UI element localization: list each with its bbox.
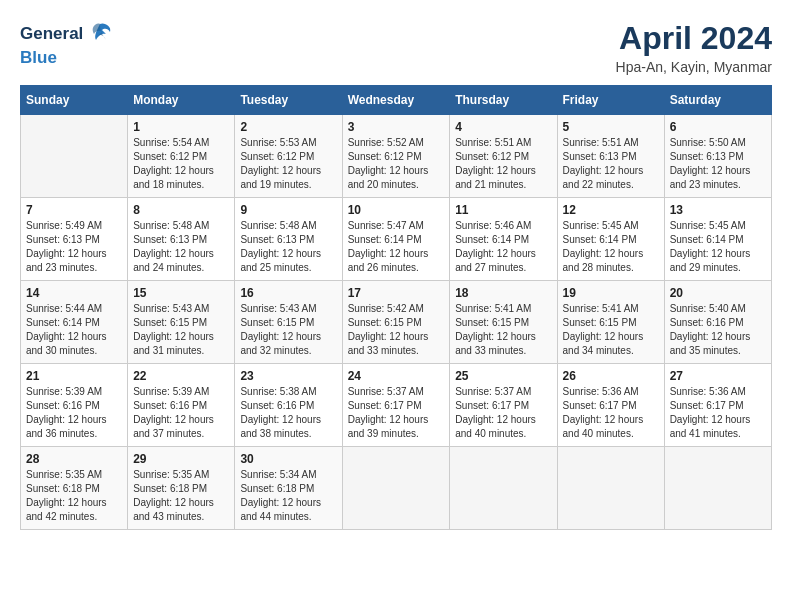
day-info: Sunrise: 5:45 AM Sunset: 6:14 PM Dayligh… [670, 219, 766, 275]
day-number: 9 [240, 203, 336, 217]
day-number: 15 [133, 286, 229, 300]
calendar-cell: 21Sunrise: 5:39 AM Sunset: 6:16 PM Dayli… [21, 364, 128, 447]
day-number: 2 [240, 120, 336, 134]
day-number: 19 [563, 286, 659, 300]
calendar-header: SundayMondayTuesdayWednesdayThursdayFrid… [21, 86, 772, 115]
calendar-cell: 3Sunrise: 5:52 AM Sunset: 6:12 PM Daylig… [342, 115, 450, 198]
logo-general: General [20, 24, 83, 44]
day-number: 18 [455, 286, 551, 300]
day-number: 4 [455, 120, 551, 134]
page-title: April 2024 [616, 20, 772, 57]
calendar-cell: 10Sunrise: 5:47 AM Sunset: 6:14 PM Dayli… [342, 198, 450, 281]
day-info: Sunrise: 5:48 AM Sunset: 6:13 PM Dayligh… [133, 219, 229, 275]
calendar-week-1: 1Sunrise: 5:54 AM Sunset: 6:12 PM Daylig… [21, 115, 772, 198]
day-number: 21 [26, 369, 122, 383]
day-number: 1 [133, 120, 229, 134]
calendar-cell: 27Sunrise: 5:36 AM Sunset: 6:17 PM Dayli… [664, 364, 771, 447]
calendar-cell: 28Sunrise: 5:35 AM Sunset: 6:18 PM Dayli… [21, 447, 128, 530]
calendar-cell: 12Sunrise: 5:45 AM Sunset: 6:14 PM Dayli… [557, 198, 664, 281]
calendar-cell [557, 447, 664, 530]
calendar-cell: 11Sunrise: 5:46 AM Sunset: 6:14 PM Dayli… [450, 198, 557, 281]
day-number: 28 [26, 452, 122, 466]
day-number: 16 [240, 286, 336, 300]
calendar-cell [664, 447, 771, 530]
header-cell-friday: Friday [557, 86, 664, 115]
day-number: 7 [26, 203, 122, 217]
calendar-cell: 22Sunrise: 5:39 AM Sunset: 6:16 PM Dayli… [128, 364, 235, 447]
calendar-week-3: 14Sunrise: 5:44 AM Sunset: 6:14 PM Dayli… [21, 281, 772, 364]
day-info: Sunrise: 5:38 AM Sunset: 6:16 PM Dayligh… [240, 385, 336, 441]
calendar-cell: 5Sunrise: 5:51 AM Sunset: 6:13 PM Daylig… [557, 115, 664, 198]
day-number: 27 [670, 369, 766, 383]
day-info: Sunrise: 5:45 AM Sunset: 6:14 PM Dayligh… [563, 219, 659, 275]
day-info: Sunrise: 5:41 AM Sunset: 6:15 PM Dayligh… [563, 302, 659, 358]
header-cell-monday: Monday [128, 86, 235, 115]
header-cell-tuesday: Tuesday [235, 86, 342, 115]
calendar-cell: 15Sunrise: 5:43 AM Sunset: 6:15 PM Dayli… [128, 281, 235, 364]
page-subtitle: Hpa-An, Kayin, Myanmar [616, 59, 772, 75]
day-info: Sunrise: 5:53 AM Sunset: 6:12 PM Dayligh… [240, 136, 336, 192]
calendar-cell: 20Sunrise: 5:40 AM Sunset: 6:16 PM Dayli… [664, 281, 771, 364]
day-info: Sunrise: 5:49 AM Sunset: 6:13 PM Dayligh… [26, 219, 122, 275]
day-info: Sunrise: 5:40 AM Sunset: 6:16 PM Dayligh… [670, 302, 766, 358]
day-info: Sunrise: 5:46 AM Sunset: 6:14 PM Dayligh… [455, 219, 551, 275]
day-number: 24 [348, 369, 445, 383]
calendar-table: SundayMondayTuesdayWednesdayThursdayFrid… [20, 85, 772, 530]
day-number: 13 [670, 203, 766, 217]
calendar-body: 1Sunrise: 5:54 AM Sunset: 6:12 PM Daylig… [21, 115, 772, 530]
bird-icon [86, 20, 114, 48]
day-info: Sunrise: 5:50 AM Sunset: 6:13 PM Dayligh… [670, 136, 766, 192]
day-info: Sunrise: 5:41 AM Sunset: 6:15 PM Dayligh… [455, 302, 551, 358]
logo-blue: Blue [20, 48, 57, 68]
day-info: Sunrise: 5:39 AM Sunset: 6:16 PM Dayligh… [133, 385, 229, 441]
day-info: Sunrise: 5:43 AM Sunset: 6:15 PM Dayligh… [240, 302, 336, 358]
calendar-cell: 1Sunrise: 5:54 AM Sunset: 6:12 PM Daylig… [128, 115, 235, 198]
logo: General Blue [20, 20, 114, 68]
day-number: 3 [348, 120, 445, 134]
day-info: Sunrise: 5:43 AM Sunset: 6:15 PM Dayligh… [133, 302, 229, 358]
day-info: Sunrise: 5:37 AM Sunset: 6:17 PM Dayligh… [455, 385, 551, 441]
header: General Blue April 2024 Hpa-An, Kayin, M… [20, 20, 772, 75]
header-cell-saturday: Saturday [664, 86, 771, 115]
day-info: Sunrise: 5:47 AM Sunset: 6:14 PM Dayligh… [348, 219, 445, 275]
day-info: Sunrise: 5:54 AM Sunset: 6:12 PM Dayligh… [133, 136, 229, 192]
day-number: 10 [348, 203, 445, 217]
calendar-cell [21, 115, 128, 198]
day-info: Sunrise: 5:52 AM Sunset: 6:12 PM Dayligh… [348, 136, 445, 192]
day-number: 8 [133, 203, 229, 217]
header-cell-wednesday: Wednesday [342, 86, 450, 115]
day-info: Sunrise: 5:51 AM Sunset: 6:12 PM Dayligh… [455, 136, 551, 192]
header-row: SundayMondayTuesdayWednesdayThursdayFrid… [21, 86, 772, 115]
calendar-cell: 7Sunrise: 5:49 AM Sunset: 6:13 PM Daylig… [21, 198, 128, 281]
calendar-cell: 2Sunrise: 5:53 AM Sunset: 6:12 PM Daylig… [235, 115, 342, 198]
header-cell-thursday: Thursday [450, 86, 557, 115]
calendar-cell [450, 447, 557, 530]
day-info: Sunrise: 5:39 AM Sunset: 6:16 PM Dayligh… [26, 385, 122, 441]
day-number: 30 [240, 452, 336, 466]
calendar-cell [342, 447, 450, 530]
header-cell-sunday: Sunday [21, 86, 128, 115]
calendar-cell: 6Sunrise: 5:50 AM Sunset: 6:13 PM Daylig… [664, 115, 771, 198]
day-info: Sunrise: 5:42 AM Sunset: 6:15 PM Dayligh… [348, 302, 445, 358]
day-info: Sunrise: 5:37 AM Sunset: 6:17 PM Dayligh… [348, 385, 445, 441]
day-info: Sunrise: 5:48 AM Sunset: 6:13 PM Dayligh… [240, 219, 336, 275]
calendar-cell: 26Sunrise: 5:36 AM Sunset: 6:17 PM Dayli… [557, 364, 664, 447]
calendar-cell: 8Sunrise: 5:48 AM Sunset: 6:13 PM Daylig… [128, 198, 235, 281]
calendar-cell: 13Sunrise: 5:45 AM Sunset: 6:14 PM Dayli… [664, 198, 771, 281]
calendar-cell: 4Sunrise: 5:51 AM Sunset: 6:12 PM Daylig… [450, 115, 557, 198]
day-info: Sunrise: 5:35 AM Sunset: 6:18 PM Dayligh… [26, 468, 122, 524]
day-number: 17 [348, 286, 445, 300]
day-info: Sunrise: 5:36 AM Sunset: 6:17 PM Dayligh… [670, 385, 766, 441]
day-number: 29 [133, 452, 229, 466]
day-number: 26 [563, 369, 659, 383]
day-number: 12 [563, 203, 659, 217]
day-number: 25 [455, 369, 551, 383]
day-number: 11 [455, 203, 551, 217]
day-number: 5 [563, 120, 659, 134]
calendar-cell: 19Sunrise: 5:41 AM Sunset: 6:15 PM Dayli… [557, 281, 664, 364]
calendar-week-4: 21Sunrise: 5:39 AM Sunset: 6:16 PM Dayli… [21, 364, 772, 447]
calendar-cell: 25Sunrise: 5:37 AM Sunset: 6:17 PM Dayli… [450, 364, 557, 447]
calendar-cell: 29Sunrise: 5:35 AM Sunset: 6:18 PM Dayli… [128, 447, 235, 530]
calendar-cell: 24Sunrise: 5:37 AM Sunset: 6:17 PM Dayli… [342, 364, 450, 447]
day-number: 22 [133, 369, 229, 383]
